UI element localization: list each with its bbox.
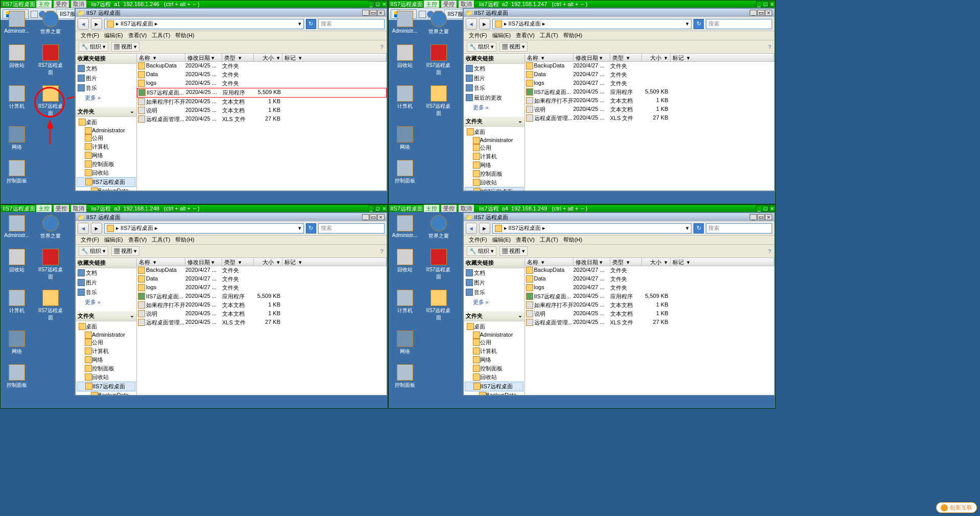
search-input[interactable]: 搜索 xyxy=(706,19,772,29)
desktop-icon[interactable]: 世界之窗 xyxy=(425,11,452,35)
address-bar[interactable]: ▸ IIS7远程桌面 ▸▾ xyxy=(492,19,692,29)
tree-node[interactable]: Administrator xyxy=(465,331,523,338)
tree-node[interactable]: 回收站 xyxy=(77,373,135,382)
tab-main[interactable]: 主控 xyxy=(36,204,52,213)
tree-node[interactable]: 计算机 xyxy=(77,143,135,151)
tree-node[interactable]: 控制面板 xyxy=(77,160,135,169)
tree-node[interactable]: Administrator xyxy=(465,136,523,144)
desktop-icon[interactable]: 回收站 xyxy=(392,249,418,280)
file-row[interactable]: logs2020/4/25 ...文件夹 xyxy=(137,79,387,88)
refresh-button[interactable]: ↻ xyxy=(694,19,704,29)
menu-tool[interactable]: 工具(T) xyxy=(150,32,172,39)
tree-node[interactable]: 桌面 xyxy=(465,128,523,136)
menu-help[interactable]: 帮助(H) xyxy=(561,236,584,244)
fav-link[interactable]: 音乐 xyxy=(464,288,524,297)
back-button[interactable]: ◄ xyxy=(78,223,89,234)
tree-node[interactable]: 网络 xyxy=(77,356,135,364)
desktop-icon[interactable]: 控制面板 xyxy=(392,160,418,184)
file-row[interactable]: 如果程序打不开2020/4/25 ...文本文档1 KB xyxy=(137,98,387,106)
desktop-icon[interactable]: 世界之窗 xyxy=(37,215,64,240)
desktop-icon[interactable]: 计算机 xyxy=(4,290,30,321)
desktop-icon[interactable]: 控制面板 xyxy=(4,364,30,389)
min-icon[interactable]: _ xyxy=(756,1,762,7)
menu-file[interactable]: 文件(F) xyxy=(79,236,101,244)
file-row[interactable]: Data2020/4/27 ...文件夹 xyxy=(137,275,387,284)
tree-node[interactable]: 计算机 xyxy=(77,347,135,356)
file-row[interactable]: IIS7远程桌面...2020/4/25 ...应用程序5,509 KB xyxy=(137,88,387,98)
desktop-icon[interactable]: IIS7远程桌面 xyxy=(37,44,64,76)
views-button[interactable]: ▦ 视图 ▾ xyxy=(499,246,528,256)
tree-node[interactable]: Administrator xyxy=(77,331,135,338)
close-icon[interactable]: × xyxy=(765,214,772,220)
folders-header[interactable]: 文件夹⌄ xyxy=(76,107,136,117)
fav-more[interactable]: 更多 » xyxy=(464,297,524,307)
desktop-icon[interactable]: 回收站 xyxy=(4,249,30,280)
tree-node[interactable]: BackupData xyxy=(77,187,135,191)
tree-node[interactable]: 计算机 xyxy=(465,347,523,356)
column-headers[interactable]: 名称 ▾修改日期 ▾类型 ▾大小 ▾标记 ▾ xyxy=(525,258,775,266)
file-row[interactable]: 远程桌面管理...2020/4/25 ...XLS 文件27 KB xyxy=(525,318,775,327)
help-icon[interactable]: ? xyxy=(380,44,383,50)
min-icon[interactable]: _ xyxy=(750,214,757,220)
back-button[interactable]: ◄ xyxy=(466,223,477,234)
desktop-icon[interactable]: 网络 xyxy=(4,331,30,355)
folders-header[interactable]: 文件夹⌄ xyxy=(76,311,136,321)
menu-tool[interactable]: 工具(T) xyxy=(150,236,172,244)
tree-node[interactable]: 控制面板 xyxy=(465,170,523,178)
tab-main[interactable]: 主控 xyxy=(423,204,440,213)
help-icon[interactable]: ? xyxy=(380,248,383,254)
close-icon[interactable]: × xyxy=(381,1,388,7)
max-icon[interactable]: ▭ xyxy=(370,10,377,16)
organize-button[interactable]: 🔧 组织 ▾ xyxy=(467,42,496,52)
forward-button[interactable]: ► xyxy=(91,223,102,234)
back-button[interactable]: ◄ xyxy=(466,18,477,30)
fav-more[interactable]: 更多 » xyxy=(464,103,524,112)
max-icon[interactable]: □ xyxy=(375,1,381,7)
file-row[interactable]: 如果程序打不开2020/4/25 ...文本文档1 KB xyxy=(525,97,775,105)
column-headers[interactable]: 名称 ▾修改日期 ▾类型 ▾大小 ▾标记 ▾ xyxy=(137,54,387,62)
desktop[interactable]: Administr...世界之窗回收站IIS7远程桌面计算机IIS7远程桌面网络… xyxy=(1,8,388,204)
fav-link[interactable]: 最近的更改 xyxy=(464,93,524,103)
tree-node[interactable]: 回收站 xyxy=(465,373,523,382)
column-headers[interactable]: 名称 ▾修改日期 ▾类型 ▾大小 ▾标记 ▾ xyxy=(525,54,775,62)
tree-node[interactable]: IIS7远程桌面 xyxy=(77,382,135,391)
views-button[interactable]: ▦ 视图 ▾ xyxy=(111,42,139,52)
organize-button[interactable]: 🔧 组织 ▾ xyxy=(467,246,496,256)
file-row[interactable]: Data2020/4/27 ...文件夹 xyxy=(525,71,775,79)
fav-more[interactable]: 更多 » xyxy=(76,93,136,103)
desktop-icon[interactable]: IIS7远程桌面 xyxy=(37,249,64,280)
menu-file[interactable]: 文件(F) xyxy=(467,236,489,244)
tree-node[interactable]: 网络 xyxy=(77,151,135,160)
min-icon[interactable]: _ xyxy=(368,1,374,7)
views-button[interactable]: ▦ 视图 ▾ xyxy=(111,246,139,256)
fav-link[interactable]: 音乐 xyxy=(464,83,524,93)
file-row[interactable]: Data2020/4/25 ...文件夹 xyxy=(137,71,387,79)
fav-link[interactable]: 音乐 xyxy=(76,288,136,297)
desktop-icon[interactable]: 网络 xyxy=(4,126,30,151)
menu-edit[interactable]: 编辑(E) xyxy=(490,236,513,244)
views-button[interactable]: ▦ 视图 ▾ xyxy=(499,42,528,52)
file-row[interactable]: BackupData2020/4/27 ...文件夹 xyxy=(525,266,775,275)
file-row[interactable]: 远程桌面管理...2020/4/25 ...XLS 文件27 KB xyxy=(137,115,387,124)
file-row[interactable]: IIS7远程桌面...2020/4/25 ...应用程序5,509 KB xyxy=(137,292,387,301)
desktop-icon[interactable]: Administr... xyxy=(392,11,418,35)
max-icon[interactable]: □ xyxy=(375,205,381,212)
address-bar[interactable]: ▸ IIS7远程桌面 ▸▾ xyxy=(104,223,304,233)
desktop-icon[interactable]: IIS7远程桌面 xyxy=(425,85,452,117)
close-icon[interactable]: × xyxy=(381,205,388,212)
explorer-titlebar[interactable]: 📁 IIS7 远程桌面 _ ▭ × xyxy=(76,213,387,221)
menu-edit[interactable]: 编辑(E) xyxy=(102,236,125,244)
folders-header[interactable]: 文件夹⌄ xyxy=(464,311,524,321)
fav-link[interactable]: 文档 xyxy=(76,268,136,278)
menu-edit[interactable]: 编辑(E) xyxy=(102,32,125,39)
menu-help[interactable]: 帮助(H) xyxy=(561,32,584,39)
menu-view[interactable]: 查看(V) xyxy=(514,32,537,39)
fav-link[interactable]: 图片 xyxy=(76,74,136,83)
close-icon[interactable]: × xyxy=(377,214,385,220)
file-row[interactable]: logs2020/4/27 ...文件夹 xyxy=(137,284,387,292)
desktop-icon[interactable]: 控制面板 xyxy=(392,364,418,389)
back-button[interactable]: ◄ xyxy=(78,18,89,30)
explorer-titlebar[interactable]: 📁 IIS7 远程桌面 _ ▭ × xyxy=(464,9,775,17)
menu-view[interactable]: 查看(V) xyxy=(126,236,149,244)
min-icon[interactable]: _ xyxy=(750,10,757,16)
